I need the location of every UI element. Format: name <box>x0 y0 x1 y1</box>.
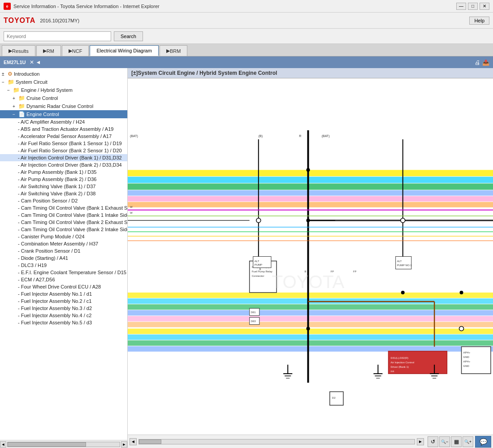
keyword-input[interactable] <box>4 31 111 41</box>
maximize-button[interactable]: □ <box>468 3 478 10</box>
sidebar-item-crank-pos[interactable]: - Crank Position Sensor / D1 <box>0 247 127 254</box>
panel-nav-button[interactable]: ◄ <box>36 59 41 65</box>
search-button[interactable]: Search <box>114 31 143 41</box>
syscircuit-label: System Circuit <box>16 79 48 85</box>
svg-rect-18 <box>128 340 493 346</box>
panel-header: EM27L1U ✕ ◄ 🖨 📤 <box>0 56 493 68</box>
afr-b2s1-label: - Air Fuel Ratio Sensor (Bank 2 Sensor 1… <box>18 148 122 153</box>
zoom-controls: ↺ 🔍− ▦ 🔍+ <box>428 436 473 447</box>
zoom-out-button[interactable]: 🔍− <box>439 436 450 447</box>
svg-text:APH+: APH+ <box>463 360 471 363</box>
sidebar-item-cruise[interactable]: + 📁 Cruise Control <box>0 94 127 102</box>
abs-act-label: - ABS and Traction Actuator Assembly / A… <box>18 126 113 132</box>
title-bar: e Service Information - Toyota Service I… <box>0 0 493 13</box>
toyota-logo: TOYOTA <box>4 17 35 25</box>
intro-label: Introduction <box>14 71 39 77</box>
sidebar-item-cam-tim-ex-b2[interactable]: - Cam Timing Oil Control Valve (Bank 2 E… <box>0 219 127 226</box>
sidebar-item-afr-b2s1[interactable]: - Air Fuel Ratio Sensor (Bank 2 Sensor 1… <box>0 147 127 154</box>
sidebar-tree[interactable]: ± ⚙ Introduction − 📁 System Circuit − 📁 <box>0 68 127 440</box>
svg-text:Air Injection Control: Air Injection Control <box>391 361 415 364</box>
dynamic-icon: 📁 <box>18 103 25 109</box>
sidebar-item-air-inj-b2[interactable]: - Air Injection Control Driver (Bank 2) … <box>0 161 127 168</box>
sidebar-item-fuel-inj4[interactable]: - Fuel Injector Assembly No.4 / c2 <box>0 312 127 319</box>
expand-icon: − <box>13 112 17 117</box>
sidebar-item-introduction[interactable]: ± ⚙ Introduction <box>0 70 127 78</box>
sidebar-item-comb-meter[interactable]: - Combination Meter Assembly / H37 <box>0 240 127 247</box>
sidebar-item-dynamic[interactable]: + 📁 Dynamic Radar Cruise Control <box>0 102 127 110</box>
h-scroll-left[interactable]: ◄ <box>130 438 137 445</box>
sidebar-item-engine-control[interactable]: − 📄 Engine Control <box>0 110 127 118</box>
sidebar-hscroll-thumb <box>8 442 86 447</box>
sidebar-item-engine-hybrid[interactable]: − 📁 Engine / Hybrid System <box>0 86 127 94</box>
tab-ncf[interactable]: ▶ NCF <box>62 45 89 56</box>
crank-pos-label: - Crank Position Sensor / D1 <box>18 248 80 254</box>
diagram-content[interactable]: (BAT) (B) R (BAT) <box>128 78 493 435</box>
export-icon[interactable]: 📤 <box>482 59 489 66</box>
sidebar-scroll-left[interactable]: ◄ <box>0 441 6 448</box>
panel-id: EM27L1U <box>4 60 26 65</box>
sidebar-item-air-pump-b2[interactable]: - Air Pump Assembly (Bank 2) / D36 <box>0 176 127 183</box>
svg-text:D61: D61 <box>251 311 256 314</box>
minimize-button[interactable]: — <box>456 3 466 10</box>
sidebar-item-air-inj-b1[interactable]: - Air Injection Control Driver (Bank 1) … <box>0 154 127 161</box>
tab-rm[interactable]: ▶ RM <box>36 45 61 56</box>
sidebar-item-diode[interactable]: - Diode (Starting) / A41 <box>0 254 127 262</box>
sidebar-item-4wd[interactable]: - Four Wheel Drive Control ECU / A28 <box>0 283 127 290</box>
chat-button[interactable]: 💬 <box>475 436 491 448</box>
sidebar-item-cam-tim-in-b1[interactable]: - Cam Timing Oil Control Valve (Bank 1 I… <box>0 211 127 219</box>
svg-rect-4 <box>128 170 493 176</box>
expand-icon: + <box>13 104 17 109</box>
fuel-inj5-label: - Fuel Injector Assembly No.5 / d3 <box>18 320 92 325</box>
svg-text:(BAT): (BAT) <box>322 134 330 138</box>
print-icon[interactable]: 🖨 <box>475 59 480 66</box>
sidebar-item-abs-act[interactable]: - ABS and Traction Actuator Assembly / A… <box>0 125 127 133</box>
svg-rect-8 <box>128 196 493 202</box>
sidebar-item-fuel-inj2[interactable]: - Fuel Injector Assembly No.2 / c1 <box>0 297 127 305</box>
sidebar-item-air-sw-b1[interactable]: - Air Switching Valve (Bank 1) / D37 <box>0 183 127 190</box>
sidebar-item-fuel-inj3[interactable]: - Fuel Injector Assembly No.3 / d2 <box>0 305 127 312</box>
tab-results[interactable]: ▶ Results <box>2 45 35 56</box>
version-label: 2016.10(2017MY) <box>40 18 79 23</box>
air-inj-b2-label: - Air Injection Control Driver (Bank 2) … <box>18 162 122 168</box>
sidebar-item-ac-amp[interactable]: - A/C Amplifier Assembly / H24 <box>0 118 127 125</box>
comb-meter-label: - Combination Meter Assembly / H37 <box>18 241 98 246</box>
close-button[interactable]: ✕ <box>480 3 489 10</box>
sidebar-item-system-circuit[interactable]: − 📁 System Circuit <box>0 78 127 86</box>
sidebar-hscrollbar[interactable]: ◄ ► <box>0 440 127 448</box>
svg-text:(B): (B) <box>259 134 263 138</box>
sidebar-item-afr-b1s1[interactable]: - Air Fuel Ratio Sensor (Bank 1 Sensor 1… <box>0 140 127 147</box>
diagram-title: [±]System Circuit Engine / Hybrid System… <box>128 68 493 78</box>
tab-brm[interactable]: ▶ BRM <box>160 45 187 56</box>
content-area: EM27L1U ✕ ◄ 🖨 📤 ± ⚙ Introduction <box>0 56 493 448</box>
zoom-bars-button[interactable]: ▦ <box>451 436 462 447</box>
sidebar-item-acc-ped[interactable]: - Accelerator Pedal Sensor Assembly / A1… <box>0 133 127 140</box>
sidebar-item-air-sw-b2[interactable]: - Air Switching Valve (Bank 2) / D38 <box>0 190 127 197</box>
sidebar-item-ecm[interactable]: - ECM / A27,D56 <box>0 276 127 283</box>
svg-rect-14 <box>128 316 493 321</box>
sidebar-item-fuel-inj5[interactable]: - Fuel Injector Assembly No.5 / d3 <box>0 319 127 326</box>
sidebar-scroll-right[interactable]: ► <box>121 441 127 448</box>
svg-rect-13 <box>128 310 493 315</box>
help-button[interactable]: Help <box>469 17 489 25</box>
svg-text:H4: H4 <box>391 370 394 373</box>
svg-point-77 <box>459 326 464 331</box>
h-scroll-right[interactable]: ► <box>417 438 424 445</box>
sidebar-item-fuel-inj1[interactable]: - Fuel Injector Assembly No.1 / d1 <box>0 290 127 297</box>
sidebar-item-cam-pos[interactable]: - Cam Position Sensor / D2 <box>0 197 127 204</box>
svg-text:Driver (Bank 1): Driver (Bank 1) <box>391 366 409 368</box>
ecm-label: - ECM / A27,D56 <box>18 277 55 282</box>
syscircuit-icon: 📁 <box>8 79 14 85</box>
sidebar-item-cam-tim-ex-b1[interactable]: - Cam Timing Oil Control Valve (Bank 1 E… <box>0 204 127 211</box>
chat-icon: 💬 <box>480 438 487 445</box>
svg-text:D2: D2 <box>332 396 336 399</box>
sidebar-item-dlc3[interactable]: - DLC3 / H19 <box>0 262 127 269</box>
zoom-in-button[interactable]: 🔍+ <box>463 436 473 447</box>
sidebar-item-cam-tim-in-b2[interactable]: - Cam Timing Oil Control Valve (Bank 2 I… <box>0 226 127 233</box>
zoom-reset-button[interactable]: ↺ <box>428 436 438 447</box>
engctrl-icon: 📄 <box>18 111 25 117</box>
sidebar-item-air-pump-b1[interactable]: - Air Pump Assembly (Bank 1) / D35 <box>0 168 127 176</box>
tab-electrical-wiring[interactable]: Electrical Wiring Diagram <box>90 45 158 56</box>
panel-close-button[interactable]: ✕ <box>30 59 34 65</box>
sidebar-item-canister[interactable]: - Canister Pump Module / O24 <box>0 233 127 240</box>
sidebar-item-efi-coolant[interactable]: - E.F.I. Engine Coolant Temperature Sens… <box>0 269 127 276</box>
